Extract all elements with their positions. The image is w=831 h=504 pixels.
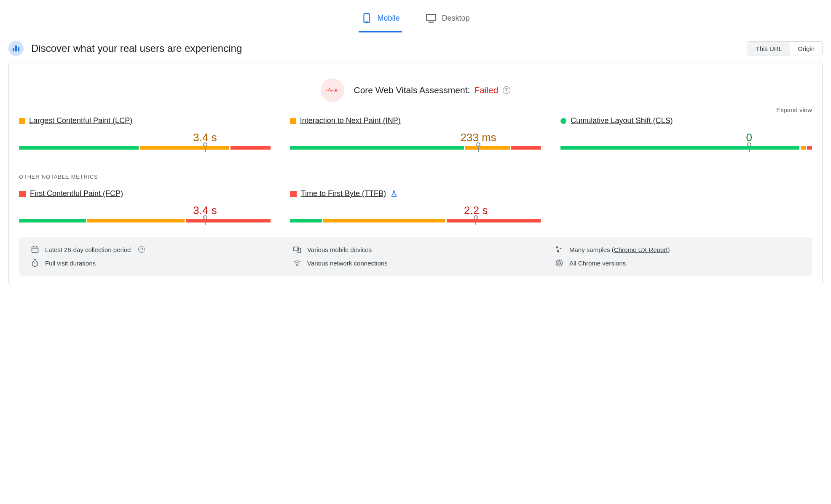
triangle-icon [290,191,297,197]
tab-mobile-label: Mobile [377,14,399,23]
svg-line-21 [557,264,558,265]
metric-ttfb-marker [474,215,478,220]
metric-lcp: Largest Contentful Paint (LCP) 3.4 s [19,116,271,150]
metric-fcp-marker [203,215,207,220]
device-tabs: Mobile Desktop [8,0,823,32]
assessment-help-icon[interactable]: ? [503,86,510,94]
wifi-icon [293,259,301,267]
scatter-icon [555,245,563,254]
assessment-label: Core Web Vitals Assessment: [354,85,470,95]
metric-fcp-bar [19,219,271,223]
divider [19,164,812,164]
svg-rect-2 [427,14,436,20]
square-icon [19,118,25,124]
svg-rect-5 [32,247,38,252]
stopwatch-icon [31,259,39,267]
metric-ttfb-bar [290,219,541,223]
square-icon [290,118,296,124]
chrome-ux-report-link[interactable]: Chrome UX Report [614,246,668,253]
metric-lcp-marker [203,142,207,147]
expand-view-link[interactable]: Expand view [776,106,812,113]
assessment-status: Failed [474,85,498,95]
svg-point-13 [557,250,559,252]
tab-desktop[interactable]: Desktop [423,8,472,32]
svg-point-11 [556,247,558,249]
metric-fcp: First Contentful Paint (FCP) 3.4 s [19,189,271,223]
info-period-help-icon[interactable]: ? [138,246,145,253]
page-header: Discover what your real users are experi… [8,41,823,56]
info-collection-period: Latest 28-day collection period ? [31,245,276,254]
svg-point-17 [297,265,298,266]
tab-mobile[interactable]: Mobile [359,8,402,32]
tab-desktop-label: Desktop [442,14,469,23]
info-versions: All Chrome versions [555,259,800,267]
svg-marker-4 [334,88,338,91]
chrome-icon [555,259,563,267]
other-metrics-label: OTHER NOTABLE METRICS [19,174,812,180]
svg-point-19 [558,262,560,264]
metric-cls-bar [560,146,812,150]
metric-lcp-name[interactable]: Largest Contentful Paint (LCP) [29,116,132,125]
metric-cls-marker [747,142,751,147]
metric-lcp-bar [19,146,271,150]
info-devices: Various mobile devices [293,245,538,254]
vitals-status-icon [321,78,344,102]
core-metrics-grid: Largest Contentful Paint (LCP) 3.4 s Int… [19,116,812,150]
calendar-icon [31,245,39,254]
metric-fcp-name[interactable]: First Contentful Paint (FCP) [30,189,123,198]
svg-line-22 [560,264,562,265]
cwv-card: Core Web Vitals Assessment: Failed ? Exp… [8,62,823,286]
svg-point-12 [560,248,562,249]
metric-inp-bar [290,146,541,150]
metric-cls-name[interactable]: Cumulative Layout Shift (CLS) [571,116,673,125]
info-bar: Latest 28-day collection period ? Variou… [19,237,812,276]
triangle-icon [19,191,26,197]
flask-icon [390,190,398,198]
metric-ttfb: Time to First Byte (TTFB) 2.2 s [290,189,541,223]
scope-segmented-control: This URL Origin [748,41,823,56]
metric-inp: Interaction to Next Paint (INP) 233 ms [290,116,541,150]
info-samples: Many samples (Chrome UX Report) [555,245,800,254]
desktop-icon [426,13,437,24]
assessment-row: Core Web Vitals Assessment: Failed ? [19,78,812,102]
circle-icon [560,118,566,124]
metric-inp-marker [476,142,480,147]
metric-ttfb-name[interactable]: Time to First Byte (TTFB) [301,189,386,198]
info-durations: Full visit durations [31,259,276,267]
metric-cls: Cumulative Layout Shift (CLS) 0 [560,116,812,150]
mobile-icon [361,13,372,24]
page-title: Discover what your real users are experi… [31,43,242,54]
scope-this-url-button[interactable]: This URL [748,42,790,56]
metric-inp-name[interactable]: Interaction to Next Paint (INP) [300,116,401,125]
crux-icon [8,41,24,56]
devices-icon [293,245,301,254]
scope-origin-button[interactable]: Origin [790,42,822,56]
info-network: Various network connections [293,259,538,267]
other-metrics-grid: First Contentful Paint (FCP) 3.4 s Time … [19,189,812,223]
